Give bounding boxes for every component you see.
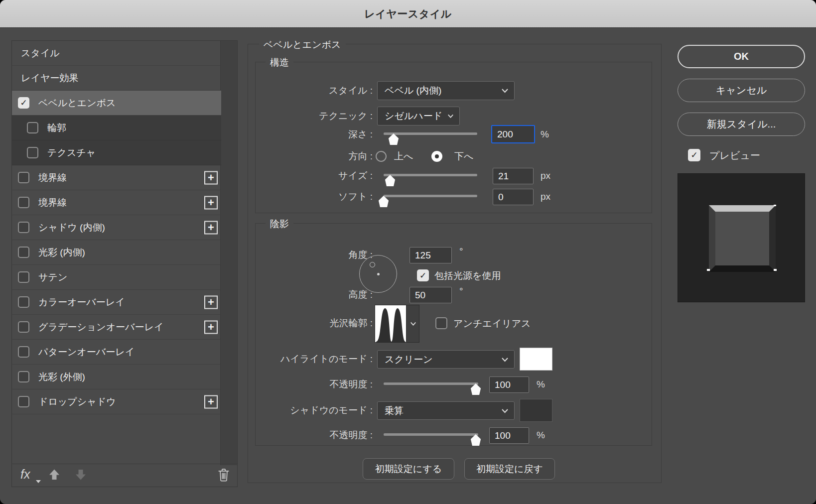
shadow-opacity-label: 不透明度 : [259,429,373,442]
preview-label[interactable]: プレビュー [709,149,760,162]
sidebar-item-inner-shadow[interactable]: シャドウ (内側) + [12,215,221,240]
add-effect-icon[interactable]: + [204,395,218,408]
set-default-button[interactable]: 初期設定にする [363,458,454,480]
new-style-button[interactable]: 新規スタイル... [678,113,805,136]
direction-down-radio[interactable] [431,151,442,162]
use-global-light-checkbox[interactable]: ✓ [417,269,429,281]
checkbox-unchecked-icon[interactable] [18,222,29,233]
shadow-opacity-slider-track[interactable] [384,433,478,436]
fx-menu-caret-icon [36,480,41,483]
ok-button[interactable]: OK [678,45,805,68]
delete-effect-button[interactable] [217,468,230,484]
shadow-opacity-unit: % [537,430,545,441]
list-scrollbar-track[interactable] [220,41,237,465]
reset-default-button[interactable]: 初期設定に戻す [464,458,555,480]
technique-dropdown[interactable]: シゼルハード [377,107,460,126]
dialog-titlebar[interactable]: レイヤースタイル [0,0,816,28]
antialias-label[interactable]: アンチエイリアス [453,317,531,330]
highlight-opacity-label: 不透明度 : [259,378,373,391]
angle-dial[interactable] [359,255,397,293]
checkbox-unchecked-icon[interactable] [18,371,29,382]
sidebar-item-blending-options[interactable]: レイヤー効果 [12,66,221,91]
chevron-down-icon [501,88,509,93]
direction-down-label[interactable]: 下へ [454,150,473,163]
add-effect-icon[interactable]: + [204,221,218,234]
chevron-down-icon [447,114,454,119]
bevel-glint-icon [707,269,710,271]
bevel-preview-square [709,205,776,272]
size-unit: px [541,170,550,181]
checkbox-checked-icon[interactable]: ✓ [18,97,29,109]
technique-label: テクニック : [259,110,373,123]
add-effect-icon[interactable]: + [204,171,218,184]
depth-label: 深さ : [259,128,373,141]
use-global-light-label[interactable]: 包括光源を使用 [434,269,501,282]
style-dropdown[interactable]: ベベル (内側) [377,81,515,100]
altitude-label: 高度 : [259,288,373,301]
checkbox-unchecked-icon[interactable] [18,346,29,358]
fx-menu-button[interactable]: fx [20,467,30,482]
move-effect-down-button[interactable] [74,468,87,483]
sidebar-item-satin[interactable]: サテン [12,265,221,290]
depth-slider-track[interactable] [384,132,477,135]
sidebar-item-inner-glow[interactable]: 光彩 (内側) [12,240,221,265]
sidebar-item-outer-glow[interactable]: 光彩 (外側) [12,365,221,389]
highlight-mode-dropdown[interactable]: スクリーン [377,350,515,369]
add-effect-icon[interactable]: + [204,196,218,209]
layer-style-dialog: レイヤースタイル スタイル レイヤー効果 ✓ ベベルとエンボス 輪郭 テクスチャ [0,0,816,504]
angle-unit: ° [459,246,463,257]
checkbox-unchecked-icon[interactable] [18,172,29,183]
contour-dropdown-strip[interactable] [406,305,419,342]
preview-checkbox[interactable]: ✓ [688,149,700,161]
angle-dial-marker-icon[interactable] [370,262,375,267]
checkbox-unchecked-icon[interactable] [18,296,29,308]
highlight-color-swatch[interactable] [520,348,552,371]
angle-input[interactable] [409,247,452,263]
gloss-contour-picker[interactable] [375,305,419,343]
sidebar-item-texture[interactable]: テクスチャ [12,140,221,165]
shadow-opacity-input[interactable] [489,427,529,444]
sidebar-item-pattern-overlay[interactable]: パターンオーバーレイ [12,340,221,365]
antialias-checkbox[interactable] [435,317,447,329]
highlight-opacity-unit: % [537,379,545,390]
add-effect-icon[interactable]: + [204,320,218,334]
sidebar-item-stroke-1[interactable]: 境界線 + [12,165,221,190]
cancel-button[interactable]: キャンセル [678,79,805,102]
move-effect-up-button[interactable] [48,468,61,483]
highlight-opacity-input[interactable] [489,377,529,393]
sidebar-item-styles[interactable]: スタイル [12,41,221,66]
sidebar-item-contour[interactable]: 輪郭 [12,116,221,140]
gloss-contour-label: 光沢輪郭 : [259,317,373,330]
sidebar-item-color-overlay[interactable]: カラーオーバーレイ + [12,290,221,315]
shadow-mode-label: シャドウのモード : [259,404,373,417]
checkbox-unchecked-icon[interactable] [18,271,29,283]
add-effect-icon[interactable]: + [204,295,218,309]
checkbox-unchecked-icon[interactable] [18,247,29,258]
shading-group-title: 陰影 [266,218,293,231]
checkbox-unchecked-icon[interactable] [18,321,29,333]
size-input[interactable] [493,168,534,184]
altitude-input[interactable] [409,287,452,303]
contour-thumbnail-icon [375,305,407,342]
size-slider-track[interactable] [384,174,477,176]
direction-up-label[interactable]: 上へ [394,150,413,163]
soften-slider-track[interactable] [384,195,477,197]
checkbox-unchecked-icon[interactable] [27,147,38,158]
sidebar-item-stroke-2[interactable]: 境界線 + [12,190,221,215]
bevel-glint-icon [774,205,776,206]
checkbox-unchecked-icon[interactable] [27,122,38,133]
soften-input[interactable] [493,189,534,205]
chevron-down-icon [410,322,416,326]
depth-input[interactable] [491,125,535,143]
highlight-opacity-slider-track[interactable] [384,382,478,385]
sidebar-item-drop-shadow[interactable]: ドロップシャドウ + [12,389,221,414]
shadow-color-swatch[interactable] [520,399,552,422]
angle-dial-center-icon [377,273,380,275]
checkbox-unchecked-icon[interactable] [18,197,29,208]
checkbox-unchecked-icon[interactable] [18,396,29,407]
shadow-mode-dropdown[interactable]: 乗算 [377,401,515,420]
list-toolbar: fx [12,464,237,487]
sidebar-item-bevel-emboss[interactable]: ✓ ベベルとエンボス [12,91,221,116]
direction-up-radio[interactable] [376,151,387,162]
sidebar-item-gradient-overlay[interactable]: グラデーションオーバーレイ + [12,315,221,340]
